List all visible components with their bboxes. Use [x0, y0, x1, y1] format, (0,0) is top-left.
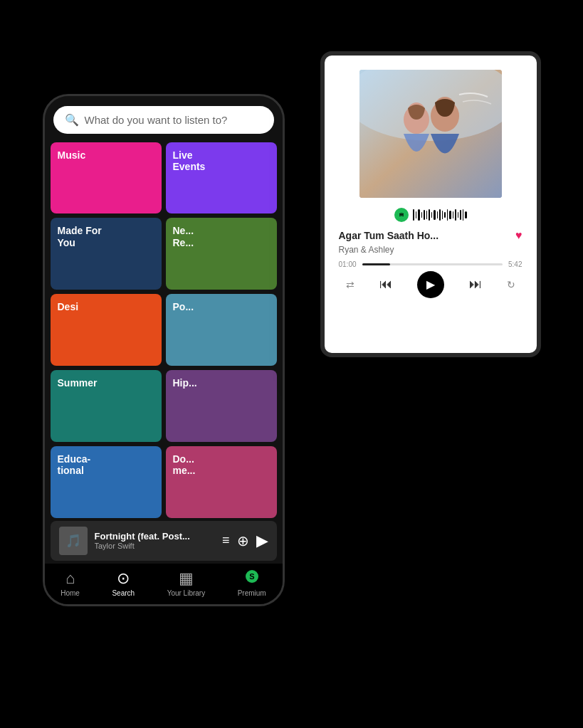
spotify-code-row	[394, 208, 467, 222]
album-art-image	[359, 70, 502, 198]
browse-tile-new-releases[interactable]: Ne...Re...	[166, 218, 277, 290]
svg-point-3	[359, 70, 502, 141]
browse-tile-docs[interactable]: Do...me...	[166, 446, 277, 518]
mini-player-thumbnail: 🎵	[59, 527, 88, 555]
tile-label-podcasts: Po...	[173, 301, 194, 313]
progress-bar-fill	[362, 263, 391, 265]
tile-label-educational: Educa-tional	[58, 453, 91, 478]
track-info-row: Agar Tum Saath Ho... ♥	[339, 229, 522, 242]
premium-icon: S	[245, 569, 259, 588]
tablet-device: Agar Tum Saath Ho... ♥ Ryan & Ashley 01:…	[320, 51, 541, 357]
nav-home-label: Home	[61, 589, 80, 597]
heart-icon[interactable]: ♥	[515, 229, 522, 242]
phone-device: 🔍 What do you want to listen to? Music L…	[43, 94, 285, 606]
browse-tile-live-events[interactable]: LiveEvents	[166, 142, 277, 214]
mini-player-title: Fortnight (feat. Post...	[95, 531, 215, 542]
track-artist: Ryan & Ashley	[339, 245, 522, 255]
browse-tile-hiphop[interactable]: Hip...	[166, 370, 277, 442]
previous-button[interactable]: ⏮	[379, 277, 392, 292]
mini-play-button[interactable]: ▶	[256, 532, 268, 550]
browse-tile-summer[interactable]: Summer	[51, 370, 162, 442]
player-controls: ⇄ ⏮ ▶ ⏭ ↻	[339, 271, 522, 298]
tile-label-desi: Desi	[58, 301, 79, 313]
time-current: 01:00	[339, 260, 357, 268]
play-button[interactable]: ▶	[417, 271, 444, 298]
nav-library[interactable]: ▦ Your Library	[167, 569, 206, 597]
home-icon: ⌂	[65, 569, 75, 588]
mini-playlist-icon[interactable]: ≡	[222, 533, 230, 548]
spotify-barcode	[413, 209, 467, 221]
tile-label-new-releases: Ne...Re...	[173, 225, 194, 249]
browse-tile-desi[interactable]: Desi	[51, 294, 162, 366]
browse-tile-music[interactable]: Music	[51, 142, 162, 214]
nav-search[interactable]: ⊙ Search	[112, 569, 135, 597]
nav-premium-label: Premium	[238, 589, 266, 597]
mini-player-info: Fortnight (feat. Post... Taylor Swift	[95, 531, 215, 550]
tile-label-summer: Summer	[58, 377, 98, 389]
time-total: 5:42	[508, 260, 522, 268]
tile-label-live-events: LiveEvents	[173, 149, 206, 174]
browse-tile-made-for-you[interactable]: Made ForYou	[51, 218, 162, 290]
nav-library-label: Your Library	[167, 589, 206, 597]
nav-premium[interactable]: S Premium	[238, 569, 266, 597]
spotify-logo	[394, 208, 409, 222]
search-placeholder: What do you want to listen to?	[85, 114, 228, 126]
tile-label-music: Music	[58, 149, 86, 162]
tile-label-made-for-you: Made ForYou	[58, 225, 102, 249]
progress-row: 01:00 5:42	[339, 260, 522, 268]
svg-point-8	[397, 211, 406, 219]
mini-add-button[interactable]: ⊕	[237, 532, 249, 549]
svg-text:S: S	[249, 572, 254, 581]
browse-grid: Music LiveEvents Made ForYou Ne...Re... …	[45, 142, 283, 518]
bottom-nav: ⌂ Home ⊙ Search ▦ Your Library S	[45, 564, 283, 604]
search-icon: 🔍	[65, 113, 79, 127]
browse-tile-podcasts[interactable]: Po...	[166, 294, 277, 366]
mini-player-artist: Taylor Swift	[95, 542, 215, 550]
nav-home[interactable]: ⌂ Home	[61, 569, 80, 597]
tile-label-hiphop: Hip...	[173, 377, 197, 389]
search-nav-icon: ⊙	[117, 569, 130, 588]
album-art	[359, 70, 502, 198]
shuffle-button[interactable]: ⇄	[346, 279, 354, 290]
library-icon: ▦	[179, 569, 194, 588]
phone-screen: 🔍 What do you want to listen to? Music L…	[45, 96, 283, 604]
track-name: Agar Tum Saath Ho...	[339, 230, 439, 241]
search-bar[interactable]: 🔍 What do you want to listen to?	[53, 106, 274, 134]
progress-bar[interactable]	[362, 263, 503, 265]
mini-player-controls: ≡ ⊕ ▶	[222, 532, 268, 550]
browse-tile-educational[interactable]: Educa-tional	[51, 446, 162, 518]
tile-label-docs: Do...me...	[173, 453, 196, 478]
repeat-button[interactable]: ↻	[507, 279, 515, 290]
mini-player[interactable]: 🎵 Fortnight (feat. Post... Taylor Swift …	[51, 521, 277, 561]
next-button[interactable]: ⏭	[469, 277, 482, 292]
nav-search-label: Search	[112, 589, 135, 597]
tablet-screen: Agar Tum Saath Ho... ♥ Ryan & Ashley 01:…	[325, 56, 537, 353]
